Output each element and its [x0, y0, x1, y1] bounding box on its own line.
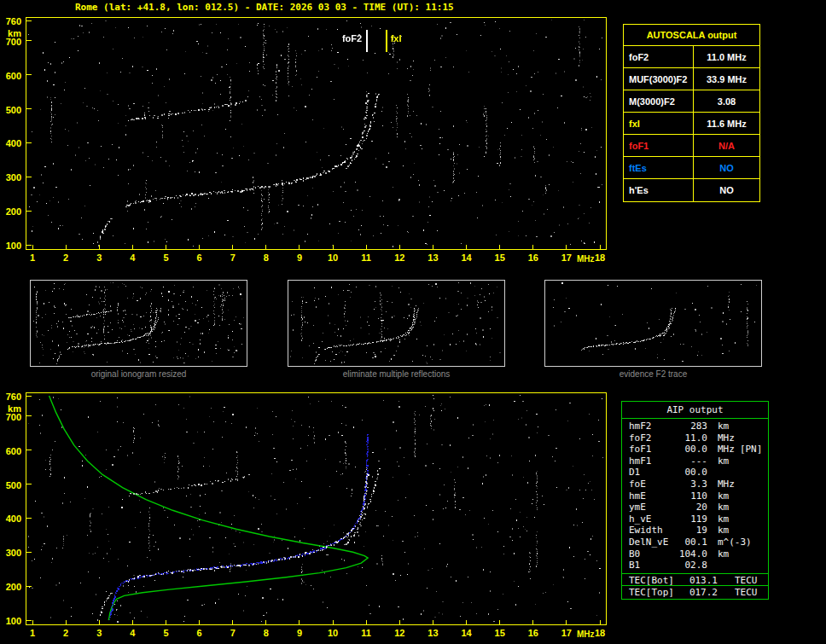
x-tick-label: 10	[328, 628, 338, 638]
parameter-value: 283	[677, 421, 707, 432]
parameter-name: foF2	[624, 46, 694, 67]
x-tick-label: 8	[264, 628, 269, 638]
table-row: fxI 11.6 MHz	[624, 113, 759, 135]
parameter-unit: km	[718, 525, 729, 537]
aip-row: Ewidth19km	[622, 525, 768, 537]
parameter-name: TEC[Bot]	[629, 574, 687, 585]
x-tick-label: 17	[561, 628, 572, 638]
parameter-name: ftEs	[624, 157, 694, 178]
y-tick-label: 100	[6, 241, 21, 251]
parameter-value: 3.08	[694, 90, 759, 112]
x-tick-label: 9	[297, 252, 302, 263]
x-tick-label: 2	[63, 252, 68, 263]
parameter-value: 00.0	[677, 444, 707, 455]
table-row: M(3000)F2 3.08	[624, 90, 759, 113]
parameter-unit: MHz	[718, 479, 735, 490]
x-tick-label: 5	[163, 252, 168, 263]
parameter-value: 00.0	[677, 467, 707, 479]
parameter-value: 00.1	[677, 537, 707, 548]
parameter-value: 104.0	[677, 548, 707, 560]
parameter-name: ymE	[629, 502, 677, 513]
x-tick-label: 3	[96, 628, 102, 638]
thumbnail-original-ionogram	[30, 280, 247, 367]
x-tick-label: 13	[428, 628, 438, 638]
parameter-value: 11.6 MHz	[694, 113, 759, 134]
aip-row: h_vE119km	[622, 513, 768, 525]
y-tick-label: 600	[6, 71, 21, 81]
parameter-value: 110	[677, 490, 707, 502]
top-chart-y-axis: 760700600500400300200100km	[0, 17, 24, 250]
parameter-unit: MHz	[718, 432, 735, 444]
parameter-unit: km	[718, 513, 729, 525]
x-tick-label: 16	[528, 628, 538, 638]
thumbnail-caption: eliminate multiple reflections	[288, 369, 505, 379]
parameter-value: 19	[677, 525, 707, 537]
parameter-unit: km	[718, 502, 729, 513]
parameter-name: h_vE	[629, 513, 677, 525]
parameter-name: D1	[629, 467, 677, 479]
parameter-name: Ewidth	[629, 525, 677, 537]
parameter-value: 119	[677, 513, 707, 525]
parameter-name: MUF(3000)F2	[624, 68, 694, 90]
parameter-name: foE	[629, 479, 677, 490]
aip-output-table: AIP output hmF2283kmfoF211.0MHzfoF100.0M…	[621, 401, 769, 600]
parameter-name: foF1	[624, 135, 694, 156]
y-tick-label: 600	[6, 446, 21, 456]
tec-top-row: TEC[Top] 017.2 TECU	[622, 586, 768, 599]
top-ionogram-panel: foF2fxI	[26, 17, 607, 250]
top-ionogram-canvas	[26, 18, 606, 249]
aip-row: foE3.3MHz	[622, 479, 768, 490]
parameter-unit: m^(-3)	[718, 537, 752, 548]
y-axis-unit-label: km	[8, 28, 21, 38]
parameter-unit: km	[718, 490, 729, 502]
autoscala-table-title: AUTOSCALA output	[624, 25, 759, 46]
x-tick-label: 3	[96, 252, 102, 263]
parameter-name: h'Es	[624, 179, 694, 201]
parameter-name: hmF2	[629, 421, 677, 432]
x-tick-label: 11	[361, 252, 371, 263]
y-tick-label: 500	[6, 105, 21, 115]
tec-bottom-row: TEC[Bot] 013.1 TECU	[622, 573, 768, 586]
y-tick-label: 200	[6, 206, 21, 217]
parameter-extra: [PN]	[740, 444, 763, 455]
parameter-value: ---	[677, 455, 707, 467]
parameter-name: B1	[629, 560, 677, 571]
parameter-value: 02.8	[677, 560, 707, 571]
x-tick-label: 12	[394, 628, 404, 638]
y-tick-label: 760	[6, 16, 21, 26]
aip-row: foF100.0MHz[PN]	[622, 444, 768, 455]
y-tick-label: 400	[6, 138, 21, 148]
x-tick-label: 1	[30, 252, 35, 263]
aip-row: D100.0	[622, 467, 768, 479]
bottom-chart-x-axis: 123456789101112131415161718MHz	[26, 627, 623, 641]
x-tick-label: 17	[561, 252, 572, 263]
y-tick-label: 760	[6, 392, 21, 402]
x-tick-label: 8	[264, 252, 269, 263]
bottom-ionogram-canvas	[26, 393, 606, 624]
parameter-value: 017.2	[687, 586, 718, 599]
y-tick-label: 300	[6, 548, 21, 558]
parameter-name: foF1	[629, 444, 677, 455]
x-tick-label: 15	[495, 628, 505, 638]
aip-row: foF211.0MHz	[622, 432, 768, 444]
aip-row: DelN_vE00.1m^(-3)	[622, 537, 768, 548]
thumbnail-canvas-2	[288, 281, 504, 366]
parameter-name: hmE	[629, 490, 677, 502]
table-row: MUF(3000)F2 33.9 MHz	[624, 68, 759, 90]
thumbnail-caption: original ionogram resized	[30, 369, 247, 379]
parameter-unit: TECU	[735, 574, 758, 585]
parameter-value: N/A	[694, 135, 759, 156]
x-tick-label: 4	[130, 628, 135, 638]
x-tick-label: 12	[394, 252, 404, 263]
parameter-unit: km	[718, 421, 729, 432]
aip-row: ymE20km	[622, 502, 768, 513]
parameter-name: hmF1	[629, 455, 677, 467]
x-tick-label: 13	[428, 252, 438, 263]
bottom-chart-y-axis: 760700600500400300200100km	[0, 392, 24, 625]
thumbnail-canvas-1	[31, 281, 247, 366]
table-row: ftEs NO	[624, 157, 759, 179]
x-tick-label: 15	[495, 252, 505, 263]
parameter-name: DelN_vE	[629, 537, 677, 548]
y-axis-unit-label: km	[8, 403, 21, 414]
aip-parameter-list: hmF2283kmfoF211.0MHzfoF100.0MHz[PN]hmF1-…	[622, 419, 768, 571]
